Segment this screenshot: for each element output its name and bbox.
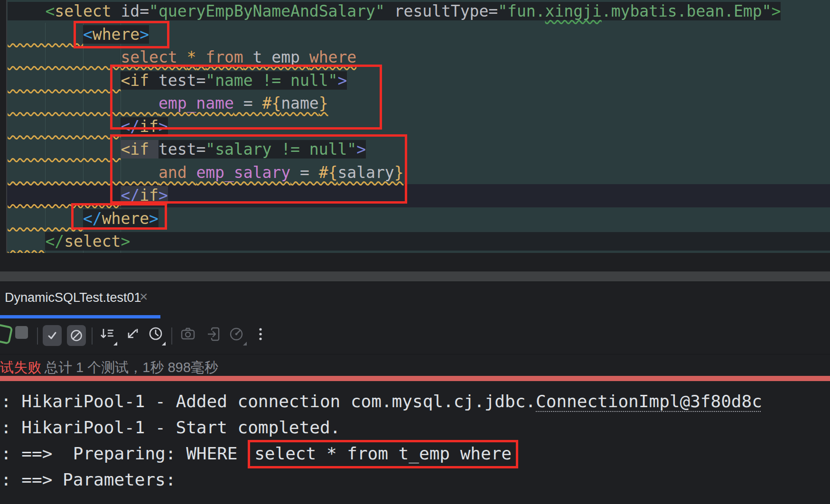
- ide-window: <select id="queryEmpByNameAndSalary" res…: [0, 0, 830, 504]
- code-line: : HikariPool-1 - Added connection com.my…: [1, 388, 762, 414]
- dropdown-corner: [243, 342, 247, 345]
- code-line: </select>: [8, 230, 830, 253]
- sort-icon[interactable]: [99, 326, 115, 344]
- code-line: : ==> Parameters:: [1, 467, 762, 493]
- annotation-box-where-open: [74, 21, 169, 48]
- code-line: <select id="queryEmpByNameAndSalary" res…: [8, 0, 830, 23]
- close-icon[interactable]: ×: [140, 289, 148, 305]
- annotation-box-where-close: [71, 203, 167, 230]
- show-passed-icon[interactable]: [43, 325, 62, 346]
- annotation-box-if-name: [110, 65, 382, 130]
- panel-splitter[interactable]: [0, 271, 830, 281]
- gauge-icon[interactable]: [228, 326, 245, 344]
- more-options-icon[interactable]: [257, 326, 264, 345]
- camera-icon[interactable]: [180, 326, 196, 344]
- test-failed-label: 试失败: [0, 358, 41, 377]
- editor-bottom-strip: [0, 253, 830, 271]
- test-summary-label: 总计 1 个测试，1秒 898毫秒: [45, 358, 218, 377]
- console-lines: : HikariPool-1 - Added connection com.my…: [1, 388, 762, 493]
- jump-to-source-icon[interactable]: [125, 326, 141, 344]
- annotation-box-if-salary: [110, 134, 407, 204]
- tab-test-run[interactable]: DynamicSQLTest.test01: [5, 290, 141, 305]
- test-status-row: 试失败 总计 1 个测试，1秒 898毫秒: [0, 354, 830, 376]
- console-output[interactable]: : HikariPool-1 - Added connection com.my…: [0, 381, 830, 504]
- test-history-icon[interactable]: [148, 326, 164, 344]
- test-runner-toolbar: [0, 318, 830, 354]
- show-ignored-icon[interactable]: [67, 325, 86, 346]
- rerun-icon[interactable]: [0, 324, 13, 345]
- code-line: : ==> Preparing: WHERE select * from t_e…: [1, 440, 762, 467]
- toolbar-separator: [92, 327, 93, 345]
- dropdown-corner: [162, 342, 166, 345]
- failed-progress-bar: [0, 376, 830, 381]
- stop-icon[interactable]: [15, 326, 28, 339]
- editor-gutter: [0, 0, 7, 253]
- code-editor[interactable]: <select id="queryEmpByNameAndSalary" res…: [0, 0, 830, 253]
- toolbar-separator: [37, 327, 38, 345]
- code-line: : HikariPool-1 - Start completed.: [1, 414, 762, 440]
- dropdown-corner: [113, 342, 117, 345]
- toolbar-separator: [171, 327, 172, 345]
- import-results-icon[interactable]: [206, 326, 222, 344]
- run-panel-tabbar: DynamicSQLTest.test01 ×: [0, 281, 830, 319]
